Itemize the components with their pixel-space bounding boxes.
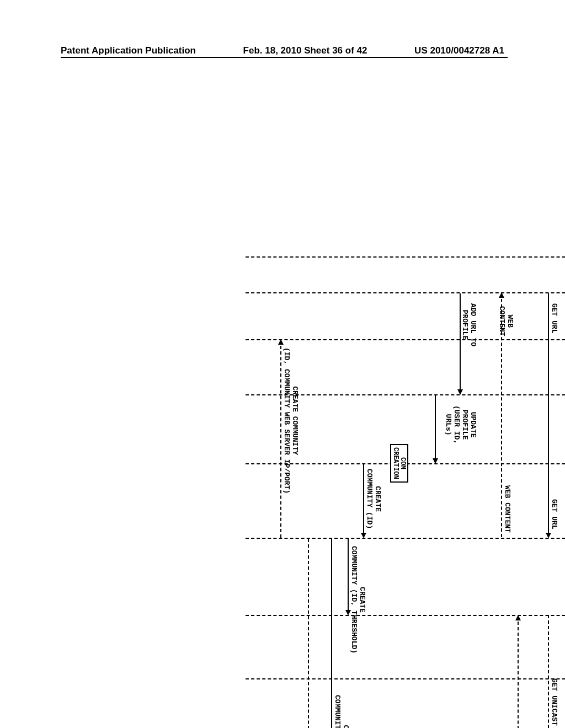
arrow-create-comm-size xyxy=(331,539,332,728)
msg-get-unicast-bw: GET UNICAST BW xyxy=(550,678,558,728)
msg-get-url-1: GET URL xyxy=(550,303,558,334)
msg-web-content-1: WEB CONTENT xyxy=(498,306,514,336)
lifeline-cache xyxy=(246,339,565,340)
arrow-create-comm-id xyxy=(363,464,364,537)
arrow-get-url-1 xyxy=(548,293,549,537)
arrow-get-unicast-bw xyxy=(548,615,549,728)
msg-create-comm-thresh: CREATE COMMUNITY (ID, THRESHOLD) xyxy=(350,546,366,654)
arrow-update-profile xyxy=(435,395,436,463)
lifeline-cp xyxy=(246,256,565,258)
msg-update-profile: UPDATE PROFILE (USER ID, URLs) xyxy=(444,405,477,444)
box-com-creation: COM CREATION xyxy=(390,444,408,483)
arrow-long-return xyxy=(308,539,309,728)
arrow-bw-return xyxy=(518,616,519,728)
header-rule xyxy=(61,57,508,58)
diagram-inner: FIG. 13A/1 END USER CP BROWSER CACHE PRO… xyxy=(237,248,565,728)
lifeline-browser xyxy=(246,292,565,293)
lifeline-setup-mgr xyxy=(246,538,565,539)
arrow-create-comm-ws xyxy=(280,340,281,538)
arrow-create-comm-thresh xyxy=(348,539,349,614)
header-center: Feb. 18, 2010 Sheet 36 of 42 xyxy=(243,45,367,56)
header-left: Patent Application Publication xyxy=(61,45,196,56)
msg-create-comm-ws: CREATE COMMUNITY (ID, COMMUNITY WEB SERV… xyxy=(282,347,299,494)
msg-web-content-2: WEB CONTENT xyxy=(503,485,511,533)
msg-get-url-2: GET URL xyxy=(550,499,558,529)
msg-create-comm-id: CREATE COMMUNITY (ID) xyxy=(365,469,382,529)
msg-add-url: ADD URL TO PROFILE xyxy=(461,303,477,346)
header-right: US 2010/0042728 A1 xyxy=(414,45,504,56)
sequence-diagram: FIG. 13A/1 END USER CP BROWSER CACHE PRO… xyxy=(0,163,565,598)
msg-create-comm-size: CREATE COMMUNITY (ID, SIZE) xyxy=(333,695,350,728)
